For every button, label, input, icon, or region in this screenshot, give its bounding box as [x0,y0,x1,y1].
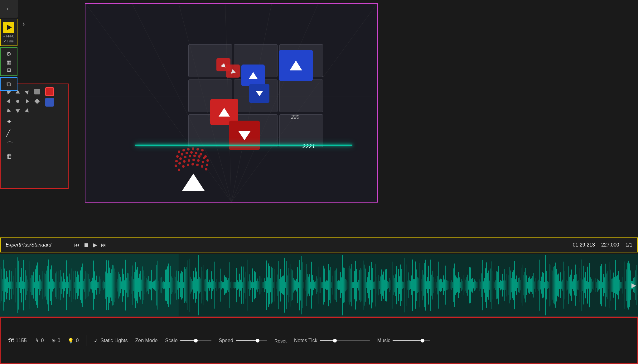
svg-point-30 [175,165,177,167]
svg-point-38 [178,169,180,171]
zen-mode-toggle[interactable]: Zen Mode [135,338,157,343]
svg-point-32 [183,160,186,163]
bomb-count: 💡 0 [68,338,79,344]
music-label: Music [377,338,390,343]
svg-point-23 [179,157,182,160]
extra-tools: ✦ ╱ ⌒ 🗑 [4,118,65,160]
blue-arrow-up-icon [290,60,302,70]
grid-cell-2-3[interactable] [279,79,323,112]
scale-slider[interactable] [180,340,211,341]
waveform-area[interactable]: ▶ [0,254,638,317]
speed-slider[interactable] [236,340,267,341]
reset-button[interactable]: Reset [274,338,287,343]
dir-left[interactable] [4,97,12,106]
time-label: ✓ Time [4,40,14,43]
diamond-note[interactable] [33,97,41,106]
rewind-button[interactable]: ⏮ [74,242,80,248]
svg-point-37 [206,164,208,166]
note-blue-2[interactable] [241,65,265,86]
stop-button[interactable]: ⏹ [84,242,89,248]
grid-cell-3-3[interactable] [279,114,323,147]
play-button[interactable] [3,22,14,33]
note-blue-1[interactable] [279,50,313,81]
bomb-count-value: 0 [76,338,79,343]
svg-point-19 [195,152,197,154]
svg-point-25 [189,155,191,157]
music-slider[interactable] [393,340,430,341]
notes-tick-label: Notes Tick [294,338,317,343]
note-count-value: 1155 [16,338,27,343]
fast-forward-button[interactable]: ⏭ [101,242,107,248]
note-blue-3[interactable] [249,84,269,103]
speed-control: Speed [219,338,267,343]
bomb-icon: 💡 [68,338,74,344]
expand-button[interactable]: › [22,19,25,28]
dir-center[interactable] [13,97,22,106]
copy-section: ⧉ [0,77,17,91]
music-control: Music [377,338,430,343]
svg-point-44 [205,168,207,170]
blue-arrow-down-sm-icon [256,91,263,96]
svg-point-42 [196,164,199,166]
svg-point-20 [200,153,202,156]
saber-tool[interactable]: ╱ [6,129,10,137]
notes-tick-control: Notes Tick [294,338,370,343]
dir-up-right[interactable] [23,87,32,96]
speed-label: Speed [219,338,233,343]
svg-point-17 [186,152,188,154]
beat-display: 227.000 [601,242,619,248]
svg-point-39 [182,165,185,168]
svg-point-18 [190,151,193,154]
svg-point-13 [196,148,199,151]
blue-color-button[interactable] [45,98,54,107]
beat-220: 220 [291,114,299,120]
status-bar: 🗺 1155 🕯 0 ☀ 0 💡 0 ✓ Static Lights Zen M… [0,317,638,364]
note-tool-panel: ✦ ╱ ⌒ 🗑 [0,84,69,189]
back-button[interactable]: ← [0,0,17,17]
main-viewport: 220 2221 [85,3,378,203]
dir-down-left[interactable] [4,107,12,115]
note-direction-grid [4,87,41,115]
sun-count: ☀ 0 [51,338,60,344]
svg-point-33 [188,159,190,162]
dir-down-right[interactable] [23,107,32,115]
play-transport-button[interactable]: ▶ [93,242,97,248]
star-tool[interactable]: ✦ [6,118,12,126]
time-display: 01:29:213 [573,242,595,248]
svg-point-43 [201,165,203,168]
light-count-value: 0 [41,338,44,343]
scale-control: Scale [165,338,211,343]
map-count: 🗺 1155 [8,338,27,344]
grid-icon[interactable]: ⊞ [7,67,11,73]
notes-tick-slider[interactable] [320,340,370,341]
copy-icon[interactable]: ⧉ [7,80,11,88]
dir-right[interactable] [23,97,32,106]
play-icon [7,25,12,30]
delete-tool[interactable]: 🗑 [6,153,12,160]
svg-point-29 [206,159,209,162]
curve-tool[interactable]: ⌒ [6,140,13,150]
svg-point-28 [203,157,205,159]
svg-point-14 [201,149,204,151]
checkmark-icon: ✓ [94,338,98,344]
svg-point-41 [191,163,194,165]
svg-point-27 [198,155,201,158]
back-icon: ← [5,5,12,13]
light-count: 🕯 0 [34,338,44,343]
transport-controls: ⏮ ⏹ ▶ ⏭ [74,242,107,248]
settings-icon[interactable]: ⚙ [6,50,11,57]
static-lights-toggle[interactable]: ✓ Static Lights [94,338,128,344]
note-red-bottom[interactable] [229,121,260,150]
tool-section: ⚙ ▦ ⊞ [0,47,17,76]
waveform-scroll-right[interactable]: ▶ [631,281,636,289]
playback-line [135,145,352,146]
red-arrow-down-icon [238,131,251,140]
transport-bar: ExpertPlus/Standard ⏮ ⏹ ▶ ⏭ 01:29:213 22… [0,237,638,252]
layers-icon[interactable]: ▦ [7,59,11,65]
light-icon: 🕯 [34,338,39,343]
svg-point-22 [175,160,178,162]
square-note[interactable] [33,87,41,96]
svg-point-34 [192,159,195,161]
red-color-button[interactable] [45,87,54,96]
dir-down[interactable] [13,107,22,115]
